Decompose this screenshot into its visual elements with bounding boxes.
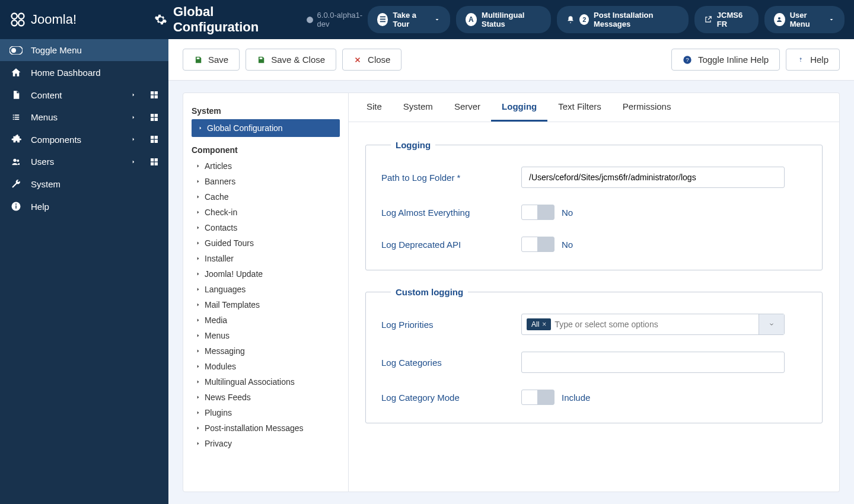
chevron-right-icon <box>195 209 201 216</box>
post-install-messages-button[interactable]: 2 Post Installation Messages <box>557 6 688 33</box>
svg-point-3 <box>18 20 24 25</box>
chevron-right-icon <box>195 440 201 447</box>
svg-rect-20 <box>151 117 154 120</box>
tab-site[interactable]: Site <box>356 93 393 122</box>
log-category-mode-toggle[interactable] <box>521 390 555 405</box>
svg-rect-22 <box>151 136 154 139</box>
chevron-right-icon <box>195 162 201 170</box>
multilingual-status-button[interactable]: A Multilingual Status <box>456 6 552 33</box>
nav-item-plugins[interactable]: Plugins <box>192 405 340 420</box>
log-deprecated-toggle[interactable] <box>521 237 555 252</box>
svg-point-4 <box>307 17 313 23</box>
action-toolbar: Save Save & Close Close ? Toggle Inline … <box>168 39 854 81</box>
sidebar-item-system[interactable]: System <box>0 173 168 195</box>
nav-item-installer[interactable]: Installer <box>192 251 340 266</box>
list-icon <box>9 113 23 122</box>
tag-remove-icon[interactable]: × <box>542 320 546 328</box>
path-to-log-input[interactable] <box>521 167 785 188</box>
question-icon <box>797 55 804 65</box>
nav-item-joomla-update[interactable]: Joomla! Update <box>192 266 340 282</box>
toggle-menu-button[interactable]: Toggle Menu <box>0 39 168 61</box>
nav-item-multilingual-associations[interactable]: Multilingual Associations <box>192 374 340 390</box>
nav-item-messaging[interactable]: Messaging <box>192 343 340 359</box>
sidebar-item-home[interactable]: Home Dashboard <box>0 61 168 84</box>
close-button[interactable]: Close <box>342 49 401 71</box>
file-icon <box>9 90 23 100</box>
save-button[interactable]: Save <box>183 49 240 71</box>
chevron-down-icon <box>767 321 776 327</box>
tab-server[interactable]: Server <box>444 93 491 122</box>
priority-input[interactable] <box>555 320 755 329</box>
take-tour-button[interactable]: ☰ Take a Tour <box>368 6 450 33</box>
nav-item-mail-templates[interactable]: Mail Templates <box>192 297 340 312</box>
tab-logging[interactable]: Logging <box>491 93 547 122</box>
svg-rect-33 <box>15 206 17 209</box>
log-deprecated-value: No <box>562 240 573 250</box>
user-icon <box>774 13 785 26</box>
chevron-right-icon <box>195 425 201 432</box>
users-icon <box>9 157 23 167</box>
brand-logo[interactable]: Joomla! <box>9 11 154 28</box>
nav-item-check-in[interactable]: Check-in <box>192 205 340 220</box>
chevron-right-icon <box>195 301 201 308</box>
tab-system[interactable]: System <box>393 93 444 122</box>
nav-item-guided-tours[interactable]: Guided Tours <box>192 235 340 251</box>
multiselect-dropdown-button[interactable] <box>759 314 784 334</box>
user-menu-button[interactable]: User Menu <box>764 6 845 33</box>
log-everything-toggle[interactable] <box>521 205 555 220</box>
svg-point-26 <box>13 158 16 161</box>
grid-icon[interactable] <box>149 90 159 100</box>
chevron-right-icon <box>195 347 201 355</box>
svg-rect-19 <box>155 114 158 117</box>
nav-item-modules[interactable]: Modules <box>192 359 340 374</box>
chevron-right-icon <box>130 113 136 122</box>
sidebar-item-help[interactable]: Help <box>0 195 168 218</box>
nav-item-media[interactable]: Media <box>192 312 340 328</box>
site-link-button[interactable]: JCMS6 FR <box>694 6 759 33</box>
nav-item-articles[interactable]: Articles <box>192 158 340 174</box>
nav-item-post-installation-messages[interactable]: Post-installation Messages <box>192 420 340 436</box>
svg-rect-15 <box>15 116 20 117</box>
svg-rect-10 <box>151 95 154 98</box>
toggle-inline-help-button[interactable]: ? Toggle Inline Help <box>671 49 780 71</box>
joomla-small-icon <box>306 16 314 24</box>
nav-item-cache[interactable]: Cache <box>192 189 340 205</box>
tab-permissions[interactable]: Permissions <box>612 93 682 122</box>
svg-rect-28 <box>151 158 154 161</box>
svg-point-1 <box>18 14 24 19</box>
log-categories-input[interactable] <box>521 352 785 373</box>
puzzle-icon <box>9 134 23 145</box>
joomla-logo-icon <box>9 11 26 28</box>
header-actions: ☰ Take a Tour A Multilingual Status 2 Po… <box>368 6 845 33</box>
nav-item-menus[interactable]: Menus <box>192 328 340 343</box>
sidebar-item-menus[interactable]: Menus <box>0 106 168 128</box>
sidebar-item-content[interactable]: Content <box>0 84 168 106</box>
main-sidebar: Toggle Menu Home Dashboard Content Menus… <box>0 39 168 504</box>
nav-item-banners[interactable]: Banners <box>192 174 340 189</box>
sidebar-item-components[interactable]: Components <box>0 128 168 151</box>
logging-fieldset: Logging Path to Log Folder * Log Almost … <box>365 140 823 270</box>
nav-item-languages[interactable]: Languages <box>192 282 340 297</box>
sidebar-item-users[interactable]: Users <box>0 151 168 173</box>
svg-rect-11 <box>155 95 158 98</box>
help-button[interactable]: Help <box>786 49 840 71</box>
brand-name: Joomla! <box>31 12 77 27</box>
svg-rect-24 <box>151 140 154 143</box>
tab-text-filters[interactable]: Text Filters <box>547 93 612 122</box>
grid-icon[interactable] <box>149 113 159 122</box>
nav-item-privacy[interactable]: Privacy <box>192 436 340 451</box>
gear-icon <box>154 13 167 26</box>
nav-item-contacts[interactable]: Contacts <box>192 220 340 235</box>
log-priorities-multiselect[interactable]: All × <box>521 314 785 335</box>
svg-rect-25 <box>155 140 158 143</box>
chevron-right-icon <box>197 125 203 132</box>
log-priorities-label: Log Priorities <box>381 320 521 330</box>
nav-item-news-feeds[interactable]: News Feeds <box>192 390 340 405</box>
svg-point-2 <box>12 20 17 25</box>
chevron-right-icon <box>130 135 136 143</box>
grid-icon[interactable] <box>149 157 159 167</box>
component-nav-panel: System Global Configuration Component Ar… <box>183 92 349 492</box>
grid-icon[interactable] <box>149 135 159 144</box>
nav-global-configuration[interactable]: Global Configuration <box>192 119 340 137</box>
save-close-button[interactable]: Save & Close <box>246 49 336 71</box>
